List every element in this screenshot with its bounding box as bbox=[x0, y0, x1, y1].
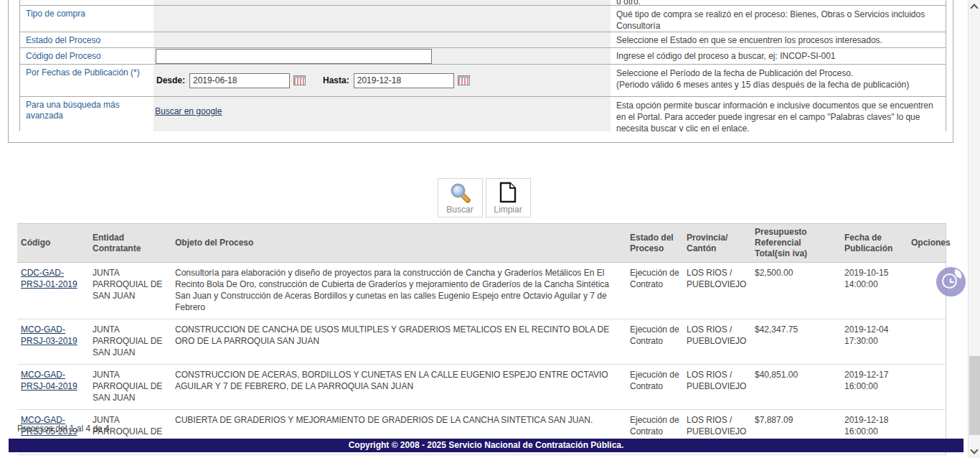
cell-objeto: Consultoría para elaboración y diseño de… bbox=[171, 263, 626, 319]
search-panel: u otro. Tipo de compra Qué tipo de compr… bbox=[8, 0, 953, 143]
tipo-de-compra-value[interactable] bbox=[154, 6, 611, 32]
scrollbar-thumb[interactable] bbox=[969, 356, 980, 435]
hasta-date-input[interactable] bbox=[354, 73, 454, 88]
desde-label: Desde: bbox=[156, 75, 185, 85]
table-row: MCO-GAD-PRSJ-03-2019 JUNTA PARROQUIAL DE… bbox=[17, 319, 946, 365]
cell-opciones bbox=[908, 365, 946, 410]
cell-fecha: 2019-12-04 17:30:00 bbox=[841, 319, 908, 365]
limpiar-button[interactable]: Limpiar bbox=[486, 178, 531, 218]
magnifier-icon bbox=[449, 182, 471, 203]
header-fecha-publicacion: Fecha de Publicación bbox=[841, 224, 908, 263]
header-estado-del-proceso: Estado del Proceso bbox=[626, 224, 683, 263]
header-entidad-contratante: Entidad Contratante bbox=[89, 224, 171, 263]
form-row-tipo-de-compra: Tipo de compra Qué tipo de compra se rea… bbox=[20, 6, 946, 32]
buscar-button-label: Buscar bbox=[446, 205, 473, 215]
estado-del-proceso-label: Estado del Proceso bbox=[20, 32, 154, 47]
cell-presupuesto: $2,500.00 bbox=[751, 263, 841, 319]
partial-help-text: u otro. bbox=[616, 0, 941, 5]
scroll-up-icon[interactable] bbox=[970, 4, 978, 11]
codigo-del-proceso-help: Ingrese el código del proceso a buscar, … bbox=[611, 48, 946, 64]
table-row: CDC-GAD-PRSJ-01-2019 JUNTA PARROQUIAL DE… bbox=[17, 263, 946, 319]
buscar-button[interactable]: Buscar bbox=[438, 178, 483, 218]
codigo-del-proceso-label: Código del Proceso bbox=[20, 48, 154, 64]
fechas-help-line1: Seleccione el Período de la fecha de Pub… bbox=[616, 67, 941, 79]
tipo-de-compra-label: Tipo de compra bbox=[20, 6, 154, 32]
cell-fecha: 2019-10-15 14:00:00 bbox=[841, 263, 908, 319]
form-row-busqueda-avanzada: Para una búsqueda más avanzada Buscar en… bbox=[20, 97, 946, 131]
header-provincia-canton: Provincia/ Cantón bbox=[683, 224, 751, 263]
floating-history-widget[interactable] bbox=[936, 267, 966, 296]
estado-del-proceso-help: Seleccione el Estado en que se encuentre… bbox=[611, 32, 946, 47]
estado-del-proceso-value[interactable] bbox=[154, 32, 611, 47]
cell-presupuesto: $42,347.75 bbox=[751, 319, 841, 365]
desde-date-input[interactable] bbox=[189, 73, 290, 88]
cell-fecha: 2019-12-17 16:00:00 bbox=[841, 365, 908, 410]
hasta-calendar-icon[interactable] bbox=[458, 75, 470, 85]
codigo-del-proceso-input[interactable] bbox=[156, 49, 432, 64]
tipo-de-compra-help: Qué tipo de compra se realizó en el proc… bbox=[611, 6, 946, 32]
cell-opciones bbox=[908, 319, 946, 365]
cell-presupuesto: $40,851.00 bbox=[751, 365, 841, 410]
form-row-fechas-publicacion: Por Fechas de Publicación (*) Desde: Has… bbox=[20, 65, 946, 97]
buscar-en-google-link[interactable]: Buscar en google bbox=[155, 106, 222, 116]
header-presupuesto-referencial: Presupuesto Referencial Total(sin iva) bbox=[751, 224, 841, 263]
proceso-link[interactable]: CDC-GAD-PRSJ-01-2019 bbox=[21, 268, 77, 289]
header-opciones: Opciones bbox=[908, 224, 946, 263]
scroll-down-icon[interactable] bbox=[970, 446, 978, 454]
cell-estado: Ejecución de Contrato bbox=[626, 365, 683, 410]
results-count-summary: Procesos del 1 al 4 de 4 bbox=[17, 424, 110, 434]
form-row-codigo-del-proceso: Código del Proceso Ingrese el código del… bbox=[20, 48, 946, 65]
cell-entidad: JUNTA PARROQUIAL DE SAN JUAN bbox=[89, 365, 171, 410]
proceso-link[interactable]: MCO-GAD-PRSJ-03-2019 bbox=[21, 324, 77, 346]
busqueda-avanzada-help: Esta opción permite buscar información e… bbox=[611, 97, 946, 131]
proceso-link[interactable]: MCO-GAD-PRSJ-04-2019 bbox=[21, 370, 77, 391]
table-row: MCO-GAD-PRSJ-04-2019 JUNTA PARROQUIAL DE… bbox=[17, 365, 946, 410]
action-buttons: Buscar Limpiar bbox=[0, 178, 968, 218]
header-codigo: Código bbox=[17, 224, 89, 263]
cell-entidad: JUNTA PARROQUIAL DE SAN JUAN bbox=[89, 263, 171, 319]
cell-objeto: CONSTRUCCION DE ACERAS, BORDILLOS Y CUNE… bbox=[171, 365, 626, 410]
cell-objeto: CONSTRUCCION DE CANCHA DE USOS MULTIPLES… bbox=[171, 319, 626, 365]
search-form-table: u otro. Tipo de compra Qué tipo de compr… bbox=[19, 0, 946, 131]
cell-entidad: JUNTA PARROQUIAL DE SAN JUAN bbox=[89, 319, 171, 365]
form-row-partial: u otro. bbox=[20, 0, 946, 6]
desde-calendar-icon[interactable] bbox=[293, 75, 306, 85]
busqueda-avanzada-label: Para una búsqueda más avanzada bbox=[20, 97, 154, 131]
form-row-estado-del-proceso: Estado del Proceso Seleccione el Estado … bbox=[20, 32, 946, 48]
results-section: Código Entidad Contratante Objeto del Pr… bbox=[17, 223, 946, 455]
copyright-bar: Copyright © 2008 - 2025 Servicio Naciona… bbox=[9, 439, 963, 452]
vertical-scrollbar[interactable] bbox=[968, 0, 980, 458]
cell-provincia: LOS RIOS / PUEBLOVIEJO bbox=[683, 319, 751, 365]
fechas-help-line2: (Periodo válido 6 meses antes y 15 días … bbox=[616, 79, 941, 90]
results-table: Código Entidad Contratante Objeto del Pr… bbox=[17, 223, 946, 455]
blank-page-icon bbox=[499, 182, 517, 203]
results-header-row: Código Entidad Contratante Objeto del Pr… bbox=[17, 224, 946, 263]
cell-provincia: LOS RIOS / PUEBLOVIEJO bbox=[683, 263, 751, 319]
cell-provincia: LOS RIOS / PUEBLOVIEJO bbox=[683, 365, 751, 410]
header-objeto-del-proceso: Objeto del Proceso bbox=[171, 224, 626, 263]
limpiar-button-label: Limpiar bbox=[494, 205, 522, 215]
cell-estado: Ejecución de Contrato bbox=[626, 263, 683, 319]
procurement-search-page: u otro. Tipo de compra Qué tipo de compr… bbox=[0, 0, 980, 458]
fechas-publicacion-label: Por Fechas de Publicación (*) bbox=[20, 65, 154, 96]
cell-estado: Ejecución de Contrato bbox=[626, 319, 683, 365]
hasta-label: Hasta: bbox=[323, 75, 349, 85]
